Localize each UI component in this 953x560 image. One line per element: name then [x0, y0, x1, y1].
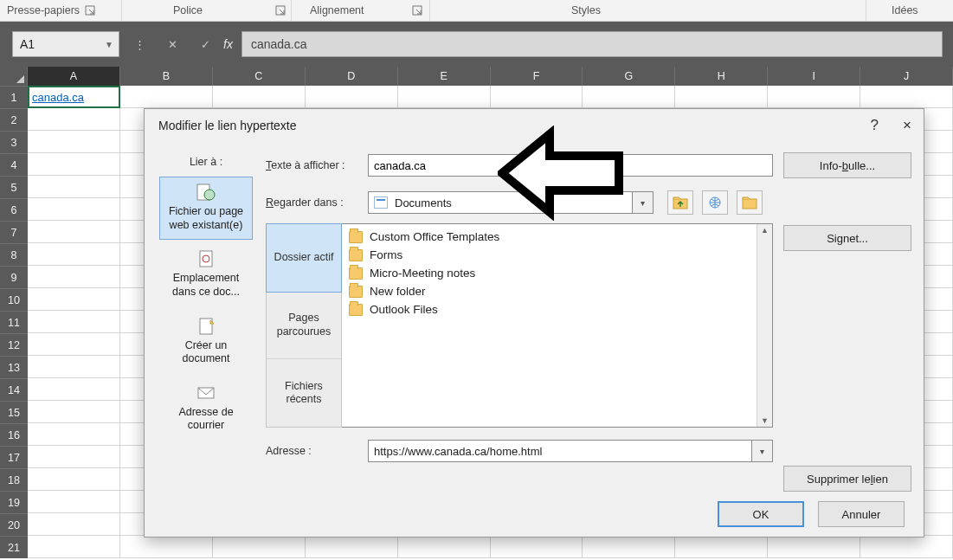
- column-header[interactable]: G: [583, 67, 675, 86]
- column-header[interactable]: I: [768, 67, 860, 86]
- cell[interactable]: [398, 86, 491, 108]
- row-header[interactable]: 2: [0, 108, 28, 131]
- cell[interactable]: [28, 401, 120, 423]
- cell[interactable]: [28, 243, 120, 266]
- row-header[interactable]: 10: [0, 288, 28, 311]
- close-icon[interactable]: ×: [903, 117, 911, 134]
- fx-icon[interactable]: fx: [223, 37, 233, 51]
- row-header[interactable]: 13: [0, 356, 28, 378]
- cell[interactable]: [28, 198, 120, 221]
- row-header[interactable]: 16: [0, 423, 28, 446]
- list-item[interactable]: New folder: [344, 282, 770, 300]
- row-header[interactable]: 12: [0, 333, 28, 356]
- browse-file-button[interactable]: [737, 190, 763, 215]
- chevron-down-icon[interactable]: ▾: [633, 191, 654, 214]
- cell[interactable]: [28, 266, 120, 288]
- column-header[interactable]: D: [306, 67, 398, 86]
- cell[interactable]: [768, 536, 860, 558]
- cell[interactable]: [28, 491, 120, 513]
- cell[interactable]: [28, 378, 120, 401]
- browse-web-button[interactable]: [702, 190, 728, 215]
- row-header[interactable]: 11: [0, 311, 28, 333]
- select-all-corner[interactable]: [0, 67, 28, 86]
- tab-recent-files[interactable]: Fichiers récents: [267, 359, 341, 427]
- chevron-down-icon[interactable]: ▾: [752, 440, 773, 462]
- cell[interactable]: [583, 536, 675, 558]
- tab-browsed-pages[interactable]: Pages parcourues: [267, 292, 341, 360]
- cell[interactable]: [491, 86, 583, 108]
- address-combo[interactable]: https://www.canada.ca/home.html ▾: [368, 440, 773, 462]
- cell[interactable]: [28, 288, 120, 311]
- row-header[interactable]: 4: [0, 153, 28, 176]
- cancel-formula-icon[interactable]: ✕: [159, 31, 185, 57]
- tab-current-folder[interactable]: Dossier actif: [266, 223, 342, 293]
- row-header[interactable]: 17: [0, 446, 28, 468]
- list-item[interactable]: Outlook Files: [344, 300, 770, 319]
- name-box[interactable]: A1 ▼: [12, 31, 119, 57]
- list-item[interactable]: Forms: [344, 246, 770, 264]
- cell[interactable]: [213, 536, 306, 558]
- remove-link-button[interactable]: Supprimer le lien: [783, 466, 911, 492]
- cancel-button[interactable]: Annuler: [818, 501, 905, 527]
- cell[interactable]: [28, 468, 120, 491]
- file-list[interactable]: Custom Office Templates Forms Micro-Meet…: [342, 223, 773, 428]
- cell[interactable]: [120, 86, 213, 108]
- accept-formula-icon[interactable]: ✓: [192, 31, 218, 57]
- dialog-launcher-icon[interactable]: [412, 5, 422, 16]
- cell[interactable]: [28, 311, 120, 333]
- list-item[interactable]: Custom Office Templates: [344, 228, 770, 246]
- row-header[interactable]: 7: [0, 221, 28, 243]
- cell[interactable]: [120, 536, 213, 558]
- column-header[interactable]: F: [491, 67, 583, 86]
- column-header[interactable]: E: [398, 67, 491, 86]
- cell[interactable]: [675, 536, 768, 558]
- row-header[interactable]: 5: [0, 176, 28, 198]
- cell[interactable]: [860, 536, 953, 558]
- cell[interactable]: [28, 536, 120, 558]
- cell[interactable]: [28, 221, 120, 243]
- cell[interactable]: [28, 176, 120, 198]
- link-to-email[interactable]: Adresse de courrier: [159, 377, 253, 441]
- column-header[interactable]: A: [28, 67, 120, 86]
- row-header[interactable]: 1: [0, 86, 28, 108]
- cell[interactable]: [28, 108, 120, 131]
- dialog-launcher-icon[interactable]: [275, 5, 286, 16]
- link-to-new-document[interactable]: Créer un document: [159, 311, 253, 374]
- scrollbar[interactable]: [757, 224, 772, 427]
- row-header[interactable]: 9: [0, 266, 28, 288]
- cell[interactable]: [28, 153, 120, 176]
- dialog-launcher-icon[interactable]: [85, 5, 95, 16]
- link-to-existing-file[interactable]: Fichier ou page web existant(e): [159, 177, 253, 240]
- row-header[interactable]: 3: [0, 131, 28, 153]
- cell[interactable]: [398, 536, 491, 558]
- row-header[interactable]: 19: [0, 491, 28, 513]
- row-header[interactable]: 15: [0, 401, 28, 423]
- column-header[interactable]: B: [120, 67, 213, 86]
- chevron-down-icon[interactable]: ▼: [105, 40, 113, 49]
- look-in-combo[interactable]: Documents ▾: [368, 191, 654, 214]
- cell[interactable]: [583, 86, 675, 108]
- row-header[interactable]: 14: [0, 378, 28, 401]
- cell[interactable]: canada.ca: [28, 86, 120, 108]
- row-header[interactable]: 6: [0, 198, 28, 221]
- cell[interactable]: [306, 86, 398, 108]
- text-to-display-input[interactable]: [368, 154, 773, 177]
- cell[interactable]: [28, 513, 120, 536]
- column-header[interactable]: J: [860, 67, 953, 86]
- column-header[interactable]: C: [213, 67, 306, 86]
- help-button[interactable]: ?: [871, 117, 879, 134]
- cell[interactable]: [306, 536, 398, 558]
- cell[interactable]: [28, 446, 120, 468]
- formula-bar[interactable]: canada.ca: [241, 31, 943, 57]
- row-header[interactable]: 18: [0, 468, 28, 491]
- cell[interactable]: [28, 131, 120, 153]
- cell[interactable]: [28, 333, 120, 356]
- link-to-place-in-doc[interactable]: Emplacement dans ce doc...: [159, 243, 253, 306]
- row-header[interactable]: 20: [0, 513, 28, 536]
- bookmark-button[interactable]: Signet...: [783, 225, 911, 251]
- cell[interactable]: [213, 86, 306, 108]
- cell[interactable]: [491, 536, 583, 558]
- column-header[interactable]: H: [675, 67, 768, 86]
- formula-menu-icon[interactable]: ⋮: [126, 31, 152, 57]
- row-header[interactable]: 21: [0, 536, 28, 558]
